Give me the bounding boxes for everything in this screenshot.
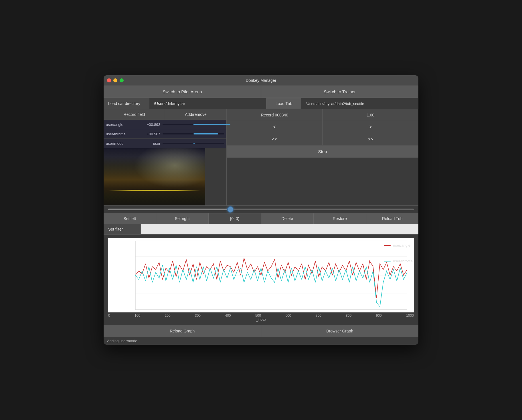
filter-input[interactable] — [141, 224, 418, 234]
x-label-700: 700 — [316, 314, 321, 318]
x-label-300: 300 — [195, 314, 201, 318]
field-row-angle: user/angle +00.893 — [104, 120, 226, 129]
status-bar: Adding user/mode — [104, 337, 418, 345]
nav-fast-buttons-row: << >> — [227, 133, 418, 146]
minimize-button[interactable] — [113, 78, 117, 82]
camera-view — [104, 148, 205, 205]
slider-thumb[interactable] — [227, 206, 234, 213]
set-right-button[interactable]: Set right — [156, 213, 209, 224]
record-label: Record 000340 — [227, 109, 323, 121]
title-bar: Donkey Manager — [104, 75, 418, 86]
prev-fast-button[interactable]: << — [227, 133, 323, 145]
window-title: Donkey Manager — [246, 78, 276, 83]
field-bar-angle — [163, 122, 224, 127]
legend-label-throttle: user/throttle — [393, 259, 413, 263]
field-name-throttle: user/throttle — [106, 132, 140, 136]
field-value-mode: user — [140, 141, 160, 146]
camera-image — [104, 148, 205, 205]
next-button[interactable]: > — [323, 121, 419, 133]
x-label-900: 900 — [376, 314, 382, 318]
field-name-angle: user/angle — [106, 122, 140, 127]
field-controls: Record field Add/remove — [104, 109, 226, 120]
x-label-500: 500 — [255, 314, 261, 318]
delete-button[interactable]: Delete — [261, 213, 314, 224]
field-row-throttle: user/throttle +00.507 — [104, 129, 226, 139]
reload-tub-button[interactable]: Reload Tub — [366, 213, 419, 224]
main-window: Donkey Manager Switch to Pilot Arena Swi… — [104, 75, 418, 345]
restore-button[interactable]: Restore — [314, 213, 366, 224]
x-label-1000: 1000 — [406, 314, 414, 318]
slider-area — [104, 205, 418, 213]
field-value-angle: +00.893 — [140, 122, 160, 127]
x-label-600: 600 — [285, 314, 291, 318]
traffic-lights — [107, 78, 124, 82]
field-name-mode: user/mode — [106, 141, 140, 146]
browser-graph-button[interactable]: Browser Graph — [261, 325, 419, 337]
x-axis-title: _index — [106, 318, 416, 323]
status-message: Adding user/mode — [107, 339, 137, 343]
filter-row: Set filter — [104, 224, 418, 235]
legend-color-throttle — [384, 261, 391, 261]
path-row: Load car directory /Users/dirk/mycar Loa… — [104, 98, 418, 109]
record-row: Record 000340 1.00 — [227, 109, 418, 121]
x-axis-labels: 0 100 200 300 400 500 600 700 800 900 10… — [106, 312, 416, 318]
right-panel: Record 000340 1.00 < > << >> Stop — [227, 109, 418, 205]
legend-color-angle — [384, 245, 391, 246]
chart-container — [108, 238, 414, 312]
content-area: Switch to Pilot Arena Switch to Trainer … — [104, 86, 418, 345]
switch-trainer-button[interactable]: Switch to Trainer — [261, 86, 418, 98]
nav-buttons-row: < > — [227, 121, 418, 133]
chart-with-legend: 0 100 200 300 400 500 600 700 800 900 10… — [106, 238, 416, 323]
reload-graph-button[interactable]: Reload Graph — [104, 325, 261, 337]
timeline-slider[interactable] — [108, 209, 414, 210]
x-label-200: 200 — [165, 314, 171, 318]
load-car-label: Load car directory — [104, 98, 149, 109]
filter-label: Set filter — [104, 224, 141, 234]
record-value: 1.00 — [323, 109, 419, 121]
tub-path-value: /Users/dirk/mycar/data2/tub_seattle — [301, 98, 418, 109]
prev-button[interactable]: < — [227, 121, 323, 133]
switch-pilot-button[interactable]: Switch to Pilot Arena — [104, 86, 261, 98]
close-button[interactable] — [107, 78, 111, 82]
field-value-throttle: +00.507 — [140, 132, 160, 136]
car-path-value: /Users/dirk/mycar — [149, 98, 267, 109]
chart-wrapper: 0 100 200 300 400 500 600 700 800 900 10… — [106, 238, 416, 323]
chart-area: 0 100 200 300 400 500 600 700 800 900 10… — [104, 235, 418, 325]
x-label-400: 400 — [225, 314, 231, 318]
x-label-100: 100 — [135, 314, 140, 318]
chart-svg — [108, 238, 414, 312]
left-panel: Record field Add/remove user/angle +00.8… — [104, 109, 227, 205]
field-bar-throttle — [163, 131, 224, 137]
field-row-mode: user/mode user — [104, 139, 226, 148]
load-tub-button[interactable]: Load Tub — [267, 98, 301, 109]
legend-throttle: user/throttle — [384, 259, 413, 263]
add-remove-button[interactable]: Add/remove — [165, 109, 226, 120]
stop-button[interactable]: Stop — [227, 146, 418, 158]
maximize-button[interactable] — [120, 78, 124, 82]
field-bar-mode — [163, 140, 224, 146]
record-field-button[interactable]: Record field — [104, 109, 165, 120]
set-left-button[interactable]: Set left — [104, 213, 156, 224]
chart-legend: user/angle user/throttle — [384, 243, 413, 263]
main-area: Record field Add/remove user/angle +00.8… — [104, 109, 418, 205]
top-nav: Switch to Pilot Arena Switch to Trainer — [104, 86, 418, 98]
next-fast-button[interactable]: >> — [323, 133, 419, 145]
range-display: [0, 0) — [209, 213, 261, 224]
x-label-800: 800 — [346, 314, 351, 318]
x-label-0: 0 — [108, 314, 110, 318]
slider-fill — [108, 209, 230, 210]
bottom-buttons: Reload Graph Browser Graph — [104, 325, 418, 337]
action-row: Set left Set right [0, 0) Delete Restore… — [104, 213, 418, 224]
legend-label-angle: user/angle — [393, 243, 410, 247]
legend-angle: user/angle — [384, 243, 413, 247]
